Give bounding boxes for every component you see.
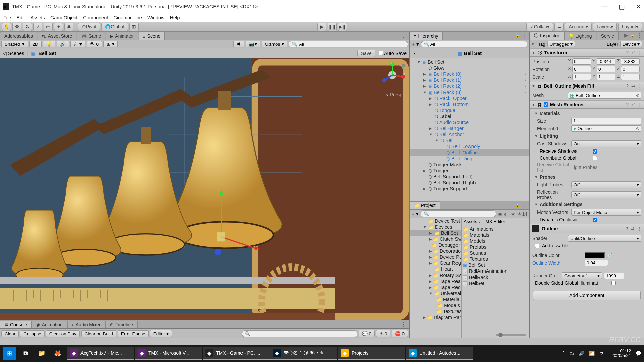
tab-animation[interactable]: ◉Animation	[32, 321, 67, 328]
minimize-button[interactable]: —	[601, 3, 608, 11]
tab-audio-mixer[interactable]: ⫰Audio Mixer	[67, 321, 105, 328]
scale-x[interactable]	[572, 74, 591, 80]
cast-shadows-dropdown[interactable]: On▾	[571, 140, 641, 147]
project-item[interactable]: ▣Bell Set	[462, 262, 529, 268]
console-clear-build[interactable]: Clear on Build	[81, 330, 116, 337]
materials-size[interactable]	[571, 118, 641, 124]
shading-mode-dropdown[interactable]: Shaded ▾	[1, 41, 28, 47]
rot-y[interactable]	[597, 66, 615, 72]
scale-tool[interactable]: ⤢	[33, 23, 42, 31]
hierarchy-item[interactable]: ▶▣Bell Rack (2)›	[410, 83, 529, 89]
material-element-0[interactable]: ●Outline⊙	[571, 125, 641, 132]
hierarchy-item[interactable]: ▼⬡Bell	[410, 137, 529, 143]
project-folder[interactable]: ▶📁Tape Reade	[410, 278, 461, 284]
console-error-pause[interactable]: Error Pause	[118, 330, 149, 337]
tab-lighting[interactable]: 💡Lighting	[564, 32, 596, 40]
tag-dropdown[interactable]: Untagged▾	[547, 41, 575, 47]
console-collapse[interactable]: Collapse	[20, 330, 45, 337]
taskbar-clock[interactable]: 01:12 2020/5/21	[611, 349, 631, 358]
menu-cinemachine[interactable]: Cinemachine	[111, 14, 144, 21]
gizmos-dropdown[interactable]: Gizmos ▾	[262, 41, 288, 47]
menu-edit[interactable]: Edit	[14, 14, 27, 21]
project-folder[interactable]: 📁Textures	[410, 308, 461, 314]
tab-scene[interactable]: #Scene	[139, 32, 165, 40]
back-icon[interactable]: ‹	[414, 51, 416, 56]
console-clear[interactable]: Clear	[1, 330, 19, 337]
hierarchy-item[interactable]: ⬡Bell_Ring	[410, 156, 529, 162]
hierarchy-item[interactable]: ⬡Bell_Outline	[410, 149, 529, 156]
tab-timeline[interactable]: ⏱Timeline	[105, 321, 138, 328]
play-button[interactable]: ▶	[317, 23, 326, 31]
light-probes-dropdown[interactable]: Off▾	[571, 181, 641, 188]
taskbar-app[interactable]: ◆AcgTech.txt* - Mic...	[67, 347, 134, 360]
hierarchy-root[interactable]: Bell Set	[464, 51, 482, 56]
menu-file[interactable]: File	[1, 14, 13, 21]
hierarchy-add-button[interactable]: + ▾	[412, 41, 419, 47]
project-add-button[interactable]: + ▾	[412, 211, 419, 217]
dynamic-occlusion-checkbox[interactable]	[593, 218, 597, 222]
start-button[interactable]: ⊞	[3, 347, 16, 360]
contribute-gi-checkbox[interactable]	[593, 156, 597, 160]
rotate-tool[interactable]: ↻	[23, 23, 32, 31]
project-folder[interactable]: ▶📁Device Pan	[410, 254, 461, 260]
project-item[interactable]: 📁Sounds	[462, 250, 529, 256]
project-folder[interactable]: ▶📁Tape Recor	[410, 284, 461, 290]
project-item[interactable]: #BellArmAnimation	[462, 268, 529, 274]
scene-viewport[interactable]: ARM bell x y < Persp	[0, 58, 409, 320]
explorer-icon[interactable]: 📁	[35, 347, 48, 360]
project-item[interactable]: 📁Animations	[462, 226, 529, 232]
hierarchy-item[interactable]: ⬡Label	[410, 113, 529, 119]
tray-wifi-icon[interactable]: 📶	[589, 351, 595, 356]
global-toggle[interactable]: 🌐 Global	[101, 23, 128, 31]
cloud-button[interactable]: ☁	[554, 23, 564, 31]
project-fav-icon[interactable]: ★	[511, 211, 515, 217]
project-folder[interactable]: ▶📁Bell Set	[410, 230, 461, 236]
component-menu-icon[interactable]: ⋮	[638, 50, 642, 55]
tray-volume-icon[interactable]: 🔊	[579, 351, 584, 356]
firefox-icon[interactable]: 🦊	[51, 347, 64, 360]
hierarchy-item[interactable]: ⬡Tongue	[410, 107, 529, 113]
taskbar-app[interactable]: ◆TMX - Game - PC, ...	[203, 347, 270, 360]
scene-search[interactable]: 🔍 All	[289, 41, 408, 47]
project-folder[interactable]: ▶📁Clutch Swit	[410, 236, 461, 242]
taskbar-app[interactable]: ◆Projects	[338, 347, 405, 360]
fx-toggle[interactable]: ☄ ▾	[70, 41, 85, 47]
hierarchy-item[interactable]: ▶⬡Rack_Bottom	[410, 101, 529, 107]
audio-toggle[interactable]: 🔊	[57, 41, 69, 47]
hierarchy-item[interactable]: ▶▣Bell Rack (1)›	[410, 77, 529, 83]
project-folder[interactable]: ▶📁Gear Regist	[410, 260, 461, 266]
tab-services[interactable]: Servic	[597, 32, 619, 40]
motion-vectors-dropdown[interactable]: Per Object Motio▾	[571, 209, 641, 216]
project-crumb-assets[interactable]: Assets	[464, 219, 477, 224]
project-search[interactable]: 🔍	[421, 210, 496, 217]
layer-dropdown[interactable]: Device▾	[620, 41, 642, 47]
tab-game[interactable]: 🎮Game	[77, 32, 105, 40]
mesh-field[interactable]: ▦Bell_Outline⊙	[568, 92, 641, 99]
hierarchy-item[interactable]: ▶⬡BellHanger	[410, 125, 529, 131]
project-hidden-icon[interactable]: 👁14	[517, 211, 527, 217]
hierarchy-item[interactable]: ⬡Bell Support (Left)	[410, 174, 529, 180]
hierarchy-item[interactable]: ⬡Glow	[410, 65, 529, 71]
console-clear-play[interactable]: Clear on Play	[46, 330, 80, 337]
close-button[interactable]: ✕	[636, 3, 641, 11]
account-dropdown[interactable]: Account ▾	[565, 23, 592, 31]
double-sided-gi-checkbox[interactable]	[611, 281, 616, 285]
console-search[interactable]: 🔍	[242, 330, 358, 337]
project-item[interactable]: 📁Textures	[462, 256, 529, 262]
hierarchy-item[interactable]: ⬡Bell_Lowpoly	[410, 143, 529, 149]
tray-battery-icon[interactable]: 🗂	[569, 351, 574, 356]
rot-x[interactable]	[572, 66, 591, 72]
console-warn-count[interactable]: ⚠0	[376, 330, 391, 337]
project-filter-icon[interactable]: ◉	[498, 211, 502, 217]
help-icon[interactable]: ?	[626, 50, 629, 55]
project-lock-icon[interactable]: 🔒 ⋮	[512, 200, 529, 209]
camera-dropdown[interactable]: 📷▾	[246, 41, 260, 47]
collab-dropdown[interactable]: ✓ Collab ▾	[526, 23, 553, 31]
scale-z[interactable]	[621, 74, 640, 80]
move-tool[interactable]: ✥	[12, 23, 21, 31]
outline-width-input[interactable]	[585, 260, 608, 266]
console-menu-icon[interactable]: ⋮	[397, 320, 409, 328]
project-label-icon[interactable]: 🏷	[504, 211, 509, 217]
project-folder[interactable]: ▼📁Devices	[410, 224, 461, 230]
outline-color-swatch[interactable]	[585, 252, 605, 258]
